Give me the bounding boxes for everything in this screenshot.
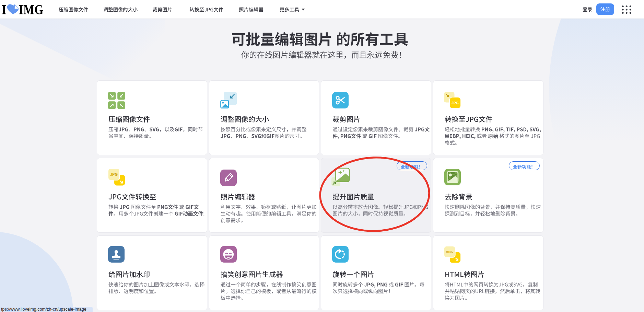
svg-text:JPG: JPG [110,172,117,176]
svg-text:HTML: HTML [446,250,453,253]
svg-text:JPG: JPG [452,101,459,105]
